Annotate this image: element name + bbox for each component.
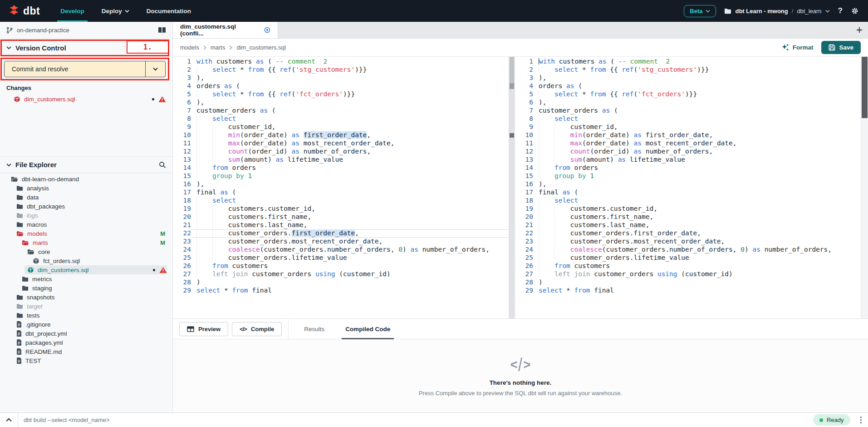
code-line-11[interactable]: 11 max(order_date) as most_recent_order_… [173,139,509,148]
editor-pane-right[interactable]: 1with customers as ( -- comment 22 selec… [515,57,861,318]
tree-item-fct-orders-sql[interactable]: fct_orders.sql [0,256,172,265]
scrollbar-thumb[interactable] [510,57,514,83]
code-line-21[interactable]: 21 customers.last_name, [173,221,509,229]
tree-item-test[interactable]: TEST [0,356,172,365]
code-line-18[interactable]: 18 select [515,197,861,205]
preview-button[interactable]: Preview [179,322,228,336]
nav-deploy[interactable]: Deploy [93,0,138,22]
code-line-6[interactable]: 6), [515,99,861,107]
tab-compiled-code[interactable]: Compiled Code [340,318,396,339]
tree-item-logs[interactable]: logs [0,211,172,220]
code-line-23[interactable]: 23 customer_orders.most_recent_order_dat… [515,238,861,246]
overflow-menu-button[interactable] [860,417,862,424]
code-line-22[interactable]: 22 customer_orders.first_order_date, [515,229,861,238]
scrollbar-thumb[interactable] [862,57,868,118]
code-line-8[interactable]: 8 select [173,115,509,123]
expand-command-bar-button[interactable] [0,413,18,427]
tree-item--gitignore[interactable]: .gitignore [0,320,172,329]
account-switcher[interactable]: dbt Learn - mwong / dbt_learn [724,8,829,15]
tree-item-models[interactable]: modelsM [0,229,172,238]
code-line-4[interactable]: 4orders as ( [515,82,861,90]
breadcrumb-models[interactable]: models [180,44,199,51]
code-line-6[interactable]: 6), [173,99,509,107]
code-line-15[interactable]: 15 group by 1 [173,172,509,180]
code-line-7[interactable]: 7customer_orders as ( [515,107,861,115]
code-line-19[interactable]: 19 customers.customer_id, [173,205,509,213]
help-button[interactable]: ? [838,6,843,15]
tree-item-staging[interactable]: staging [0,283,172,293]
breadcrumb-marts[interactable]: marts [211,44,226,51]
docs-book-icon[interactable] [158,27,166,34]
code-line-9[interactable]: 9 customer_id, [515,123,861,131]
new-tab-button[interactable] [851,22,868,38]
format-button[interactable]: Format [781,44,814,51]
code-line-28[interactable]: 28) [173,278,509,287]
compile-button[interactable]: </> Compile [232,322,282,336]
tree-item-dbt-packages[interactable]: dbt_packages [0,202,172,211]
code-line-13[interactable]: 13 sum(amount) as lifetime_value [173,156,509,164]
tree-item-data[interactable]: data [0,193,172,202]
code-line-3[interactable]: 3), [515,74,861,82]
code-line-13[interactable]: 13 sum(amount) as lifetime_value [515,156,861,164]
command-input[interactable]: dbt build --select <model_name> [18,417,813,423]
nav-documentation[interactable]: Documentation [138,0,200,22]
editor-scrollbar-divider[interactable] [509,57,515,318]
beta-button[interactable]: Beta [684,5,716,17]
code-line-25[interactable]: 25 customer_orders.lifetime_value [515,254,861,262]
code-line-5[interactable]: 5 select * from {{ ref('fct_orders')}} [173,90,509,99]
tree-item-readme-md[interactable]: README.md [0,347,172,356]
git-branch-row[interactable]: on-demand-practice [0,22,172,39]
dbt-logo[interactable]: dbt [0,0,52,22]
code-line-12[interactable]: 12 count(order_id) as number_of_orders, [173,148,509,156]
tree-item-tests[interactable]: tests [0,311,172,320]
code-line-3[interactable]: 3), [173,74,509,82]
tree-item-dbt-learn-on-demand[interactable]: dbt-learn-on-demand [0,174,172,184]
tree-item-snapshots[interactable]: snapshots [0,293,172,302]
code-line-12[interactable]: 12 count(order_id) as number_of_orders, [515,148,861,156]
code-line-23[interactable]: 23 customer_orders.most_recent_order_dat… [173,238,509,246]
code-line-14[interactable]: 14 from orders [173,164,509,172]
tree-item-dbt-project-yml[interactable]: dbt_project.yml [0,329,172,338]
code-line-18[interactable]: 18 select [173,197,509,205]
code-line-29[interactable]: 29select * from final [515,287,861,295]
tree-item-metrics[interactable]: metrics [0,274,172,283]
right-scrollbar[interactable] [861,57,868,318]
code-line-10[interactable]: 10 min(order_date) as first_order_date, [515,131,861,139]
code-line-9[interactable]: 9 customer_id, [173,123,509,131]
tree-item-packages-yml[interactable]: packages.yml [0,338,172,347]
code-line-19[interactable]: 19 customers.customer_id, [515,205,861,213]
code-line-27[interactable]: 27 left join customer_orders using (cust… [515,270,861,278]
changed-file-item[interactable]: dim_customers.sql [0,94,172,104]
code-line-15[interactable]: 15 group by 1 [515,172,861,180]
tree-item-marts[interactable]: martsM [0,238,172,247]
code-line-4[interactable]: 4orders as ( [173,82,509,90]
file-explorer-header[interactable]: File Explorer [0,156,172,173]
code-line-14[interactable]: 14 from orders [515,164,861,172]
code-line-1[interactable]: 1with customers as ( -- comment 2 [173,58,509,66]
code-line-7[interactable]: 7customer_orders as ( [173,107,509,115]
tree-item-target[interactable]: target [0,302,172,311]
code-line-17[interactable]: 17final as ( [173,189,509,197]
code-line-8[interactable]: 8 select [515,115,861,123]
code-line-5[interactable]: 5 select * from {{ ref('fct_orders')}} [515,90,861,99]
editor-pane-left[interactable]: 1with customers as ( -- comment 22 selec… [173,57,509,318]
code-line-20[interactable]: 20 customers.first_name, [173,213,509,221]
editor-tab-dim-customers[interactable]: dim_customers.sql (confli... [173,22,278,38]
code-line-20[interactable]: 20 customers.first_name, [515,213,861,221]
settings-gear-button[interactable] [851,7,859,15]
code-line-24[interactable]: 24 coalesce(customer_orders.number_of_or… [173,246,509,254]
code-line-29[interactable]: 29select * from final [173,287,509,295]
code-line-16[interactable]: 16), [515,180,861,189]
nav-develop[interactable]: Develop [52,0,93,22]
code-line-16[interactable]: 16), [173,180,509,189]
code-line-10[interactable]: 10 min(order_date) as first_order_date, [173,131,509,139]
code-line-24[interactable]: 24 coalesce(customer_orders.number_of_or… [515,246,861,254]
code-line-27[interactable]: 27 left join customer_orders using (cust… [173,270,509,278]
tree-item-core[interactable]: core [0,247,172,256]
code-line-28[interactable]: 28) [515,278,861,287]
code-line-26[interactable]: 26 from customers [515,262,861,270]
code-line-21[interactable]: 21 customers.last_name, [515,221,861,229]
code-line-17[interactable]: 17final as ( [515,189,861,197]
tree-item-macros[interactable]: macros [0,220,172,229]
code-line-11[interactable]: 11 max(order_date) as most_recent_order_… [515,139,861,148]
